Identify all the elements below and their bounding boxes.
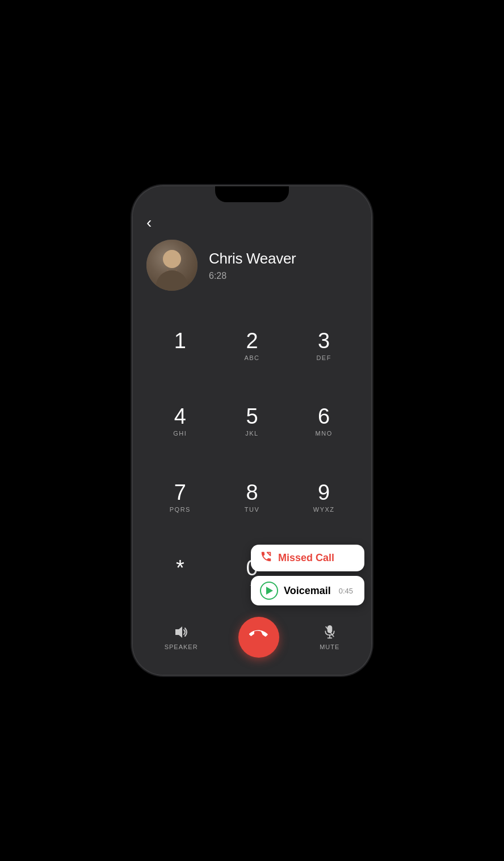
mute-label: MUTE <box>320 643 339 650</box>
voicemail-play-button[interactable] <box>260 582 278 600</box>
dial-key-empty: Missed Call Voicemail 0:45 <box>288 536 360 612</box>
missed-call-label: Missed Call <box>278 552 334 564</box>
dial-key-3[interactable]: 3 DEF <box>288 308 360 384</box>
avatar-body <box>156 270 188 291</box>
end-call-icon <box>249 627 269 647</box>
contact-area: Chris Weaver 6:28 <box>133 231 371 302</box>
end-call-button[interactable] <box>238 617 279 658</box>
back-button[interactable]: ‹ <box>146 215 152 231</box>
notifications-container: Missed Call Voicemail 0:45 <box>251 545 364 605</box>
voicemail-label: Voicemail <box>284 585 331 597</box>
contact-info: Chris Weaver 6:28 <box>209 250 296 281</box>
play-icon <box>266 587 273 595</box>
contact-name: Chris Weaver <box>209 250 296 268</box>
voicemail-card[interactable]: Voicemail 0:45 <box>251 576 364 605</box>
dial-key-1[interactable]: 1 <box>144 308 216 384</box>
dialpad: 1 2 ABC 3 DEF 4 GHI 5 JKL 6 MNO <box>133 302 371 611</box>
dial-key-4[interactable]: 4 GHI <box>144 384 216 460</box>
dial-key-9[interactable]: 9 WYXZ <box>288 459 360 536</box>
speaker-label: SPEAKER <box>165 643 198 650</box>
dial-key-5[interactable]: 5 JKL <box>216 384 288 460</box>
dial-key-2[interactable]: 2 ABC <box>216 308 288 384</box>
avatar-head <box>163 250 181 268</box>
screen: ‹ Chris Weaver 6:28 1 2 <box>133 186 371 675</box>
bottom-controls: SPEAKER MUTE <box>133 611 371 675</box>
mute-icon <box>323 624 337 640</box>
voicemail-duration: 0:45 <box>339 587 353 595</box>
phone-frame: ‹ Chris Weaver 6:28 1 2 <box>133 186 371 675</box>
notch <box>215 186 289 202</box>
dial-key-star[interactable]: * <box>144 536 216 612</box>
svg-marker-1 <box>175 626 182 638</box>
speaker-icon <box>173 624 189 640</box>
avatar-image <box>146 240 198 291</box>
dial-key-6[interactable]: 6 MNO <box>288 384 360 460</box>
header: ‹ <box>133 209 371 231</box>
dial-key-7[interactable]: 7 PQRS <box>144 459 216 536</box>
dial-key-8[interactable]: 8 TUV <box>216 459 288 536</box>
call-duration: 6:28 <box>209 271 296 281</box>
mute-button[interactable]: MUTE <box>320 624 339 650</box>
speaker-button[interactable]: SPEAKER <box>165 624 198 650</box>
missed-call-card[interactable]: Missed Call <box>251 545 364 571</box>
missed-call-icon <box>260 550 272 566</box>
avatar <box>146 240 198 291</box>
